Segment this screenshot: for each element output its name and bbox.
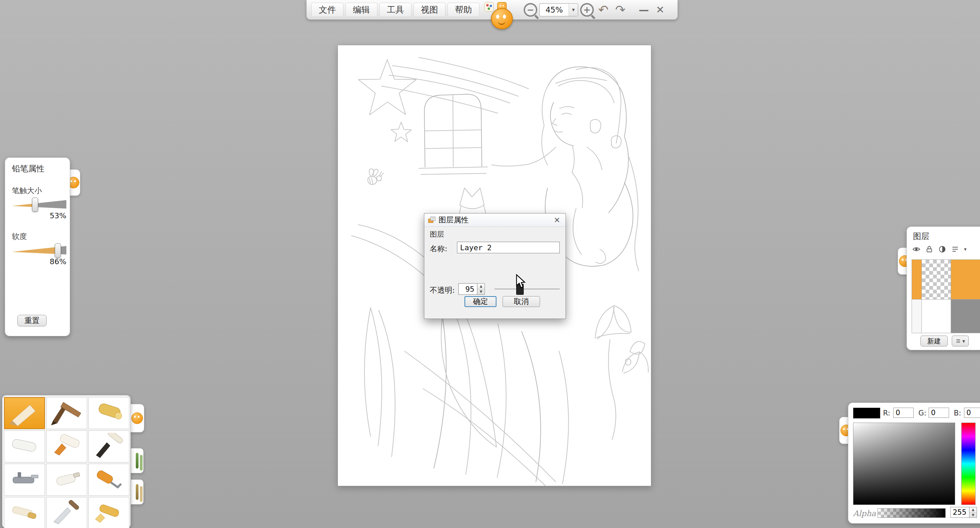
dialog-close-button[interactable]: ✕: [552, 216, 562, 224]
cancel-button[interactable]: 取消: [503, 296, 540, 307]
alpha-value-input[interactable]: [950, 507, 969, 518]
undo-button[interactable]: ↶: [596, 2, 611, 17]
tool-grid: [4, 397, 129, 528]
menu-edit[interactable]: 编辑: [345, 3, 377, 17]
lock-icon[interactable]: [925, 245, 933, 253]
tool-crayon[interactable]: [89, 497, 129, 528]
alpha-spinner[interactable]: ▲ ▼: [969, 507, 977, 518]
pencil-tool-icon: [8, 400, 41, 427]
close-button[interactable]: ✕: [653, 3, 667, 17]
red-value-input[interactable]: [893, 407, 914, 418]
hue-slider[interactable]: [961, 423, 975, 505]
reset-button[interactable]: 重置: [18, 315, 47, 327]
palette-icon[interactable]: [484, 2, 494, 11]
tool-pencil[interactable]: [4, 397, 45, 429]
alpha-slider[interactable]: [878, 508, 946, 518]
spin-down-icon[interactable]: ▼: [477, 289, 485, 295]
scroll-icon: [136, 484, 138, 500]
red-label: R:: [883, 409, 890, 417]
chevron-down-icon[interactable]: ▾: [569, 4, 578, 16]
tool-airbrush[interactable]: [4, 464, 45, 496]
reset-button-label: 重置: [24, 316, 40, 326]
marker-orange-tool-icon: [50, 433, 84, 460]
tool-knife[interactable]: [46, 497, 87, 528]
blend-contrast-icon[interactable]: [938, 245, 946, 253]
zoom-out-button[interactable]: −: [524, 3, 537, 17]
layer-1-color-swatch[interactable]: [951, 300, 980, 333]
close-icon: ✕: [656, 4, 664, 16]
layer-dialog-icon: [428, 216, 436, 224]
alpha-spin-up-icon[interactable]: ▲: [969, 507, 977, 513]
chalk-tool-icon: [8, 499, 41, 526]
tool-ink-brush[interactable]: [89, 430, 129, 462]
opacity-value-input[interactable]: [458, 283, 477, 295]
layers-panel-footer: 新建 ▾: [907, 336, 980, 346]
tool-roller[interactable]: [89, 464, 129, 496]
layer-2-color-swatch[interactable]: [951, 260, 980, 299]
brush-size-handle[interactable]: [32, 198, 38, 212]
minimize-button[interactable]: —: [637, 3, 651, 17]
brush-size-track: [12, 200, 66, 209]
tool-bottle[interactable]: [46, 464, 87, 496]
menu-view-label: 视图: [421, 4, 438, 15]
tool-panel-tab-icon: [131, 412, 143, 424]
layer-name-input[interactable]: [457, 242, 560, 253]
tool-eraser[interactable]: [4, 430, 45, 462]
layer-list: [912, 259, 980, 333]
blue-value-input[interactable]: [964, 407, 980, 418]
menu-tools[interactable]: 工具: [379, 3, 411, 17]
blue-label: B:: [954, 409, 961, 417]
menu-edit-label: 编辑: [353, 4, 370, 15]
dialog-title: 图层属性: [439, 215, 549, 225]
paper-texture-button-2[interactable]: [130, 479, 143, 504]
layer-list-dropdown-button[interactable]: ▾: [952, 336, 969, 346]
menu-view[interactable]: 视图: [414, 3, 445, 17]
layer-1-selection-strip: [912, 300, 921, 333]
current-color-swatch[interactable]: [853, 407, 880, 419]
tool-panel-tab[interactable]: [130, 404, 144, 433]
alpha-spin-down-icon[interactable]: ▼: [969, 513, 977, 518]
dialog-titlebar[interactable]: 图层属性 ✕: [424, 214, 566, 227]
saturation-value-picker[interactable]: [853, 423, 955, 505]
color-picker-panel: R: G: B: Alpha ▲ ▼: [848, 403, 980, 523]
zoom-in-button[interactable]: +: [580, 3, 594, 17]
layer-2-thumbnail[interactable]: [921, 260, 951, 299]
zoom-in-icon: +: [583, 5, 591, 15]
alpha-label: Alpha: [853, 509, 876, 518]
list-caret-icon: ▾: [962, 338, 965, 344]
layer-1-thumbnail[interactable]: [921, 300, 951, 333]
paper-texture-button-1[interactable]: [130, 448, 143, 473]
brush-size-slider[interactable]: [12, 199, 66, 209]
minimize-icon: —: [639, 4, 649, 16]
zoom-level-dropdown[interactable]: 45% ▾: [539, 3, 578, 16]
softness-slider[interactable]: [12, 245, 66, 255]
tool-marker-orange[interactable]: [46, 430, 87, 462]
redo-button[interactable]: ↷: [613, 2, 628, 17]
layer-controls-row: ▾: [907, 242, 980, 253]
spin-up-icon[interactable]: ▲: [477, 284, 485, 289]
layers-panel: 图层 ▾: [907, 227, 980, 350]
layer-row-1[interactable]: [912, 299, 980, 333]
opacity-spinner[interactable]: ▲ ▼: [477, 283, 485, 295]
tool-marker-gold[interactable]: [89, 397, 129, 429]
layer-menu-caret-icon[interactable]: ▾: [964, 246, 967, 252]
ok-button[interactable]: 确定: [465, 296, 496, 307]
mascot-logo-icon[interactable]: [491, 8, 513, 29]
green-value-input[interactable]: [929, 407, 949, 418]
visibility-eye-icon[interactable]: [912, 245, 920, 253]
layer-row-2[interactable]: [912, 259, 980, 299]
layer-menu-icon[interactable]: [951, 245, 959, 253]
softness-label: 软度: [5, 220, 70, 242]
softness-handle[interactable]: [55, 243, 61, 258]
menu-file[interactable]: 文件: [311, 3, 343, 17]
menu-file-label: 文件: [319, 4, 336, 15]
new-layer-button[interactable]: 新建: [920, 336, 948, 346]
menu-tools-label: 工具: [387, 4, 404, 15]
tool-brush[interactable]: [46, 397, 87, 429]
zoom-level-value: 45%: [540, 5, 569, 14]
knife-tool-icon: [50, 499, 84, 526]
mouse-cursor: [516, 274, 527, 289]
tool-chalk[interactable]: [4, 497, 45, 528]
list-icon: [956, 338, 961, 344]
menu-help[interactable]: 帮助: [447, 3, 479, 17]
